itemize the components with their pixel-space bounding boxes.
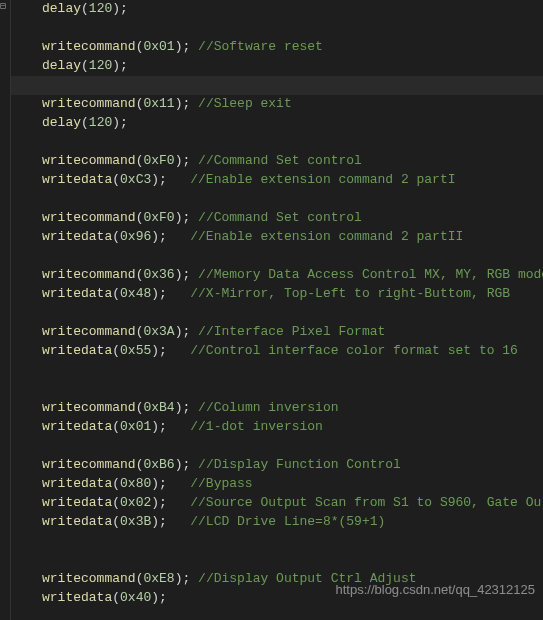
function-call: writecommand: [42, 400, 136, 415]
paren: (: [112, 172, 120, 187]
code-line[interactable]: writedata(0x48); //X-Mirror, Top-Left to…: [10, 285, 543, 304]
paren: (: [112, 286, 120, 301]
comment: //Command Set control: [198, 153, 362, 168]
collapse-icon[interactable]: ⊟: [0, 0, 6, 15]
function-call: delay: [42, 58, 81, 73]
argument: 120: [89, 1, 112, 16]
paren: (: [112, 343, 120, 358]
function-call: writedata: [42, 495, 112, 510]
argument: 0x40: [120, 590, 151, 605]
argument: 0xE8: [143, 571, 174, 586]
code-line[interactable]: writecommand(0x3A); //Interface Pixel Fo…: [10, 323, 543, 342]
code-line[interactable]: delay(120);: [10, 114, 543, 133]
argument: 0x3B: [120, 514, 151, 529]
code-line[interactable]: writecommand(0x11); //Sleep exit: [10, 95, 543, 114]
comment: //Display Function Control: [198, 457, 401, 472]
code-line[interactable]: writedata(0x40);: [10, 589, 543, 608]
function-call: writecommand: [42, 153, 136, 168]
code-line[interactable]: [10, 437, 543, 456]
function-call: writedata: [42, 172, 112, 187]
comment: //Interface Pixel Format: [198, 324, 385, 339]
code-line[interactable]: [10, 532, 543, 551]
code-line[interactable]: [10, 380, 543, 399]
code-line[interactable]: writecommand(0x36); //Memory Data Access…: [10, 266, 543, 285]
code-line[interactable]: writecommand(0x01); //Software reset: [10, 38, 543, 57]
code-line[interactable]: writecommand(0xF0); //Command Set contro…: [10, 152, 543, 171]
paren: );: [151, 590, 167, 605]
paren: );: [112, 58, 128, 73]
code-line[interactable]: [10, 361, 543, 380]
comment: //X-Mirror, Top-Left to right-Buttom, RG…: [190, 286, 510, 301]
code-line[interactable]: [10, 551, 543, 570]
argument: 0xF0: [143, 210, 174, 225]
paren: (: [81, 1, 89, 16]
comment: //Column inversion: [198, 400, 338, 415]
paren: );: [151, 514, 167, 529]
paren: );: [175, 457, 191, 472]
code-line[interactable]: [10, 190, 543, 209]
code-line[interactable]: writedata(0x01); //1-dot inversion: [10, 418, 543, 437]
comment: //Software reset: [198, 39, 323, 54]
comment: //Control interface color format set to …: [190, 343, 518, 358]
argument: 0x01: [120, 419, 151, 434]
code-line[interactable]: delay(120);: [10, 57, 543, 76]
function-call: writecommand: [42, 267, 136, 282]
function-call: writecommand: [42, 96, 136, 111]
comment: //LCD Drive Line=8*(59+1): [190, 514, 385, 529]
argument: 0x55: [120, 343, 151, 358]
paren: );: [112, 115, 128, 130]
comment: //Enable extension command 2 partI: [190, 172, 455, 187]
paren: );: [151, 419, 167, 434]
argument: 0xC3: [120, 172, 151, 187]
comment: //Memory Data Access Control MX, MY, RGB…: [198, 267, 543, 282]
code-line[interactable]: writecommand(0xE8); //Display Output Ctr…: [10, 570, 543, 589]
function-call: writecommand: [42, 571, 136, 586]
paren: (: [81, 58, 89, 73]
code-line[interactable]: writedata(0x96); //Enable extension comm…: [10, 228, 543, 247]
function-call: delay: [42, 115, 81, 130]
code-line[interactable]: writedata(0x02); //Source Output Scan fr…: [10, 494, 543, 513]
argument: 0xB6: [143, 457, 174, 472]
paren: );: [175, 267, 191, 282]
function-call: writedata: [42, 286, 112, 301]
argument: 0x48: [120, 286, 151, 301]
paren: );: [151, 286, 167, 301]
code-line[interactable]: [10, 19, 543, 38]
paren: );: [151, 495, 167, 510]
code-line[interactable]: writedata(0xC3); //Enable extension comm…: [10, 171, 543, 190]
paren: (: [112, 229, 120, 244]
paren: (: [112, 514, 120, 529]
code-line[interactable]: [10, 304, 543, 323]
code-line[interactable]: [10, 133, 543, 152]
paren: );: [151, 172, 167, 187]
code-line[interactable]: [10, 247, 543, 266]
paren: );: [175, 96, 191, 111]
comment: //Command Set control: [198, 210, 362, 225]
editor-gutter: ⊟: [0, 0, 11, 620]
argument: 120: [89, 115, 112, 130]
code-line[interactable]: delay(120);: [10, 0, 543, 19]
paren: );: [175, 210, 191, 225]
code-line[interactable]: writecommand(0xB6); //Display Function C…: [10, 456, 543, 475]
code-area[interactable]: delay(120); writecommand(0x01); //Softwa…: [0, 0, 543, 608]
code-line[interactable]: writedata(0x3B); //LCD Drive Line=8*(59+…: [10, 513, 543, 532]
paren: );: [175, 571, 191, 586]
function-call: writedata: [42, 229, 112, 244]
code-line[interactable]: writedata(0x55); //Control interface col…: [10, 342, 543, 361]
comment: //Sleep exit: [198, 96, 292, 111]
function-call: writedata: [42, 476, 112, 491]
comment: //1-dot inversion: [190, 419, 323, 434]
paren: (: [81, 115, 89, 130]
code-line[interactable]: writecommand(0xB4); //Column inversion: [10, 399, 543, 418]
argument: 0xB4: [143, 400, 174, 415]
paren: );: [175, 400, 191, 415]
code-line[interactable]: writedata(0x80); //Bypass: [10, 475, 543, 494]
argument: 0x11: [143, 96, 174, 111]
code-line[interactable]: writecommand(0xF0); //Command Set contro…: [10, 209, 543, 228]
paren: (: [112, 419, 120, 434]
code-line[interactable]: [8, 76, 543, 95]
function-call: writedata: [42, 343, 112, 358]
argument: 0x01: [143, 39, 174, 54]
comment: //Source Output Scan from S1 to S960, Ga…: [190, 495, 541, 510]
function-call: delay: [42, 1, 81, 16]
